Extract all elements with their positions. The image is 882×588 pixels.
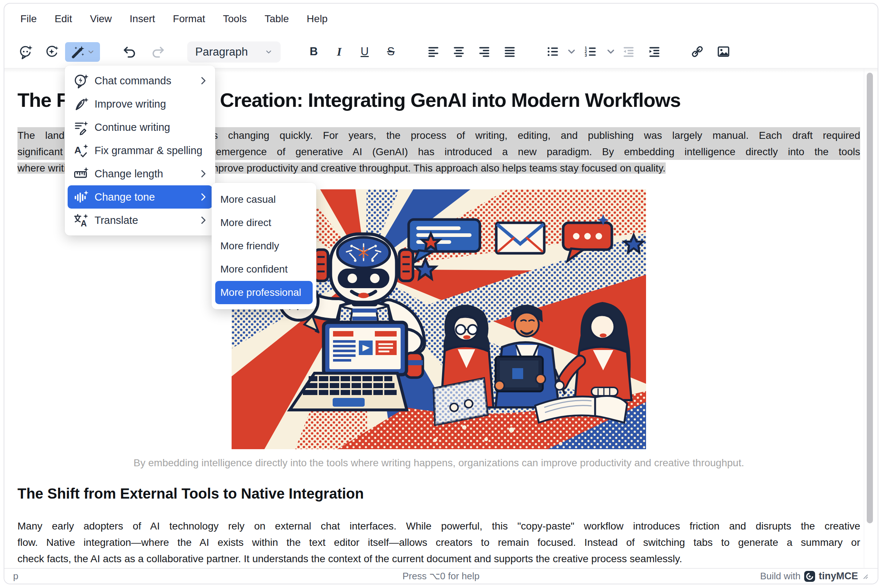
outdent-icon bbox=[621, 44, 636, 59]
align-right-icon bbox=[476, 44, 492, 59]
scrollbar-thumb[interactable] bbox=[867, 73, 873, 524]
bullet-list-dropdown[interactable] bbox=[566, 41, 577, 62]
menu-item-fix-grammar[interactable]: A Fix grammar & spelling bbox=[68, 139, 212, 162]
menu-item-translate[interactable]: A Translate bbox=[68, 208, 212, 232]
body-paragraph-line: check facts, the AI acts as a collaborat… bbox=[18, 550, 860, 567]
chevron-down-icon bbox=[87, 48, 95, 56]
italic-button[interactable]: I bbox=[329, 41, 349, 62]
ai-assistant-icon bbox=[18, 44, 33, 59]
continue-writing-icon bbox=[73, 119, 89, 135]
indent-button[interactable] bbox=[644, 41, 664, 62]
body-paragraph-line: Many early adopters of AI technology rel… bbox=[18, 518, 860, 534]
link-button[interactable] bbox=[687, 41, 708, 62]
ai-wand-button[interactable] bbox=[65, 42, 100, 62]
undo-button[interactable] bbox=[120, 41, 140, 62]
submenu-item-more-confident[interactable]: More confident bbox=[215, 258, 313, 281]
menu-item-improve-writing[interactable]: Improve writing bbox=[68, 92, 212, 116]
numbered-list-button[interactable]: 1 2 3 bbox=[581, 41, 601, 62]
menu-item-label: Fix grammar & spelling bbox=[95, 145, 203, 157]
submenu-item-more-casual[interactable]: More casual bbox=[215, 188, 313, 211]
block-format-value: Paragraph bbox=[195, 45, 248, 58]
menu-format[interactable]: Format bbox=[171, 12, 207, 26]
numbered-list-icon: 1 2 3 bbox=[583, 44, 598, 59]
ai-review-button[interactable] bbox=[41, 41, 62, 62]
menu-item-change-tone[interactable]: Change tone bbox=[68, 185, 212, 208]
menu-view[interactable]: View bbox=[88, 12, 114, 26]
menu-item-chat-commands[interactable]: Chat commands bbox=[68, 69, 212, 92]
svg-text:3: 3 bbox=[584, 53, 587, 57]
justify-icon bbox=[502, 44, 517, 59]
menubar: File Edit View Insert Format Tools Table… bbox=[18, 12, 330, 26]
indent-icon bbox=[647, 44, 662, 59]
image-button[interactable] bbox=[713, 41, 734, 62]
submenu-item-more-professional[interactable]: More professional bbox=[215, 281, 313, 304]
outdent-button bbox=[618, 41, 639, 62]
undo-icon bbox=[122, 44, 137, 59]
redo-button bbox=[147, 41, 168, 62]
justify-button[interactable] bbox=[500, 41, 520, 62]
tone-submenu: More casual More direct More friendly Mo… bbox=[212, 183, 316, 309]
chevron-down-icon bbox=[606, 44, 616, 59]
body-paragraph[interactable]: Many early adopters of AI technology rel… bbox=[18, 518, 860, 567]
menu-insert[interactable]: Insert bbox=[128, 12, 158, 26]
block-format-select[interactable]: Paragraph bbox=[187, 41, 281, 63]
menu-help[interactable]: Help bbox=[305, 12, 330, 26]
submenu-item-more-direct[interactable]: More direct bbox=[215, 211, 313, 234]
chevron-down-icon bbox=[264, 48, 273, 56]
fix-grammar-icon: A bbox=[73, 142, 89, 159]
change-tone-icon bbox=[73, 189, 89, 205]
svg-text:A: A bbox=[74, 145, 81, 156]
align-center-button[interactable] bbox=[449, 41, 469, 62]
strikethrough-button[interactable]: S bbox=[381, 41, 401, 62]
menu-item-label: Chat commands bbox=[95, 75, 171, 87]
submenu-arrow-icon bbox=[200, 192, 206, 202]
menu-item-continue-writing[interactable]: Continue writing bbox=[68, 116, 212, 139]
align-left-button[interactable] bbox=[423, 41, 443, 62]
help-shortcut-text: Press ⌥0 for help bbox=[5, 570, 877, 582]
menu-item-label: Translate bbox=[95, 214, 138, 226]
improve-writing-icon bbox=[73, 96, 89, 112]
svg-text:A: A bbox=[81, 219, 87, 228]
submenu-arrow-icon bbox=[200, 76, 206, 86]
menu-item-label: Continue writing bbox=[95, 122, 170, 134]
figure-caption[interactable]: By embedding intelligence directly into … bbox=[18, 457, 860, 469]
image-icon bbox=[716, 44, 731, 59]
ai-assistant-button[interactable] bbox=[15, 41, 36, 62]
menu-table[interactable]: Table bbox=[263, 12, 291, 26]
chevron-down-icon bbox=[566, 44, 577, 59]
section-heading[interactable]: The Shift from External Tools to Native … bbox=[18, 486, 860, 502]
menu-edit[interactable]: Edit bbox=[53, 12, 74, 26]
redo-icon bbox=[150, 44, 165, 59]
toolbar: Paragraph B I U S bbox=[5, 37, 877, 65]
menu-item-label: Change length bbox=[95, 168, 163, 180]
submenu-arrow-icon bbox=[200, 216, 206, 225]
ai-wand-icon bbox=[70, 44, 86, 60]
bullet-list-icon bbox=[545, 44, 560, 59]
underline-button[interactable]: U bbox=[355, 41, 375, 62]
branding-name[interactable]: tinyMCE bbox=[819, 570, 858, 582]
resize-grip-icon[interactable] bbox=[862, 573, 869, 580]
align-center-icon bbox=[451, 44, 466, 59]
statusbar: p Press ⌥0 for help Build with tinyMCE bbox=[5, 568, 877, 584]
menu-item-label: Improve writing bbox=[95, 98, 166, 110]
ai-review-icon bbox=[44, 44, 59, 59]
change-length-icon bbox=[73, 166, 89, 182]
link-icon bbox=[690, 44, 705, 59]
numbered-list-dropdown[interactable] bbox=[606, 41, 616, 62]
body-paragraph-line: flow. Native integration—where the AI ex… bbox=[18, 534, 860, 550]
menu-item-change-length[interactable]: Change length bbox=[68, 162, 212, 185]
bullet-list-button[interactable] bbox=[543, 41, 563, 62]
submenu-item-more-friendly[interactable]: More friendly bbox=[215, 234, 313, 258]
submenu-arrow-icon bbox=[200, 169, 206, 178]
menu-tools[interactable]: Tools bbox=[221, 12, 249, 26]
branding-prefix: Build with bbox=[760, 570, 801, 582]
tinymce-logo-icon bbox=[804, 571, 815, 582]
align-right-button[interactable] bbox=[474, 41, 494, 62]
align-left-icon bbox=[426, 44, 441, 59]
editor-window: File Edit View Insert Format Tools Table… bbox=[4, 3, 878, 584]
scrollbar-gutter bbox=[864, 68, 864, 568]
envelope-icon bbox=[496, 223, 544, 253]
menu-file[interactable]: File bbox=[18, 12, 39, 26]
chat-commands-icon bbox=[73, 73, 89, 88]
bold-button[interactable]: B bbox=[304, 41, 324, 62]
